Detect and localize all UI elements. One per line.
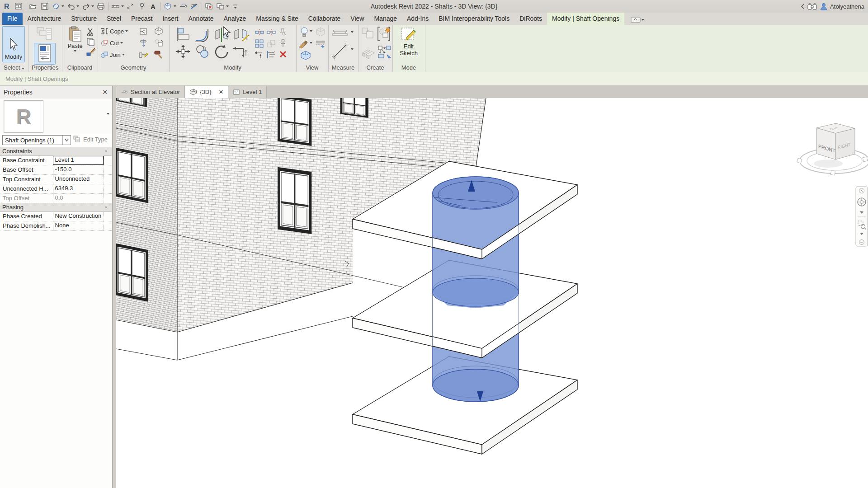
visibility-caret[interactable] <box>310 42 312 44</box>
redo-icon[interactable] <box>80 1 91 11</box>
reveal-hidden-icon[interactable] <box>300 27 309 38</box>
tab-precast[interactable]: Precast <box>126 13 157 25</box>
navigation-bar[interactable] <box>856 187 868 246</box>
pin-icon[interactable] <box>279 39 287 48</box>
close-hidden-windows-icon[interactable] <box>204 1 215 11</box>
default-3d-view-icon[interactable] <box>163 1 174 11</box>
tab-analyze[interactable]: Analyze <box>219 13 251 25</box>
tab-modify-shaft-openings[interactable]: Modify | Shaft Openings <box>547 13 624 25</box>
window[interactable] <box>116 245 147 300</box>
sync-caret[interactable] <box>61 1 65 11</box>
thin-lines-icon[interactable] <box>189 1 200 11</box>
aligned-dimension-icon[interactable] <box>125 1 136 11</box>
measure-caret-2[interactable] <box>351 48 354 50</box>
user-avatar-icon[interactable] <box>820 3 827 10</box>
property-row-base-constraint[interactable]: Base Constraint Level 1 <box>0 156 112 165</box>
unconnected-height-value[interactable]: 6349.3 <box>53 184 104 193</box>
tab-view[interactable]: View <box>345 13 369 25</box>
mode-panel-label[interactable]: Mode <box>392 64 425 71</box>
beam-column-joins-icon[interactable] <box>139 38 148 47</box>
tab-massing-site[interactable]: Massing & Site <box>251 13 303 25</box>
render-icon[interactable] <box>315 27 326 37</box>
measure-panel-label[interactable]: Measure <box>328 64 358 71</box>
window[interactable] <box>279 98 310 145</box>
tab-add-ins[interactable]: Add-Ins <box>402 13 434 25</box>
cope-button[interactable]: Cope <box>100 28 128 35</box>
sync-icon[interactable] <box>51 1 61 11</box>
tab-steel[interactable]: Steel <box>102 13 126 25</box>
default-3d-caret[interactable] <box>173 1 177 11</box>
reveal-hidden-caret[interactable] <box>310 30 312 32</box>
measure-between-icon[interactable] <box>331 29 349 37</box>
tab-bim-interoperability[interactable]: BIM Interoperability Tools <box>434 13 514 25</box>
save-icon[interactable] <box>39 1 50 11</box>
unjoin-icon[interactable] <box>154 38 164 47</box>
undo-caret[interactable] <box>75 1 80 11</box>
paint-box-icon[interactable] <box>154 27 164 36</box>
demolish-hammer-icon[interactable] <box>154 49 164 59</box>
family-selector-caret[interactable] <box>107 113 109 115</box>
split-with-gap-icon[interactable] <box>267 28 276 36</box>
type-properties-icon[interactable] <box>36 27 54 42</box>
wall-joins-icon[interactable] <box>139 28 148 36</box>
wall-corner-join-icon[interactable] <box>138 49 148 59</box>
switch-windows-icon[interactable] <box>215 1 226 11</box>
property-row-base-offset[interactable]: Base Offset -150.0 <box>0 165 112 175</box>
view-tab-3d[interactable]: {3D} ✕ <box>185 86 228 98</box>
revit-logo-icon[interactable]: R <box>2 1 13 11</box>
base-offset-value[interactable]: -150.0 <box>53 165 104 174</box>
measure-caret-1[interactable] <box>351 31 354 33</box>
delete-icon[interactable] <box>279 50 287 58</box>
match-type-icon[interactable] <box>86 47 95 56</box>
open-file-icon[interactable] <box>28 1 39 11</box>
copy-to-clipboard-icon[interactable] <box>86 38 95 47</box>
property-row-phase-demolished[interactable]: Phase Demolish... None <box>0 221 112 231</box>
view-tab-section-at-elevator[interactable]: Section at Elevator <box>116 86 185 98</box>
section-constraints[interactable]: Constraints⌃ <box>0 147 112 156</box>
scale-icon[interactable] <box>267 39 276 48</box>
array-icon[interactable] <box>255 39 264 48</box>
text-icon[interactable]: A <box>148 1 159 11</box>
cut-geometry-button[interactable]: Cut <box>100 39 123 47</box>
offset-icon[interactable] <box>194 28 211 42</box>
collapse-chevron-icon[interactable]: ⌃ <box>104 204 108 212</box>
compass-east-tick[interactable] <box>863 157 868 162</box>
measure-caret[interactable] <box>120 1 125 11</box>
create-group-icon[interactable] <box>377 26 391 42</box>
measure-along-icon[interactable] <box>332 42 349 59</box>
edit-type-button[interactable]: Edit Type <box>73 136 108 143</box>
move-icon[interactable] <box>175 44 191 59</box>
select-panel-label[interactable]: Select <box>0 64 28 71</box>
switch-windows-caret[interactable] <box>225 1 230 11</box>
measure-icon[interactable] <box>110 1 121 11</box>
property-row-unconnected-height[interactable]: Unconnected H... 6349.3 <box>0 184 112 194</box>
phase-demolished-value[interactable]: None <box>53 221 104 230</box>
properties-panel-label[interactable]: Properties <box>28 64 62 71</box>
cut-icon[interactable] <box>86 28 95 37</box>
type-selector-combo[interactable]: Shaft Openings (1) <box>2 135 71 145</box>
unpin-icon[interactable] <box>278 28 287 36</box>
username[interactable]: Atolyeathena <box>830 3 864 10</box>
tab-collaborate[interactable]: Collaborate <box>303 13 346 25</box>
edit-sketch-button[interactable]: Edit Sketch <box>399 26 419 64</box>
modify-panel-label[interactable]: Modify <box>169 64 296 71</box>
compass-south-tick[interactable] <box>830 170 835 175</box>
panel-divider[interactable] <box>112 86 116 488</box>
hidden-lines-icon[interactable] <box>315 39 326 48</box>
tab-insert[interactable]: Insert <box>157 13 183 25</box>
shaft-opening-element[interactable] <box>433 177 519 402</box>
family-selector[interactable]: R <box>0 99 112 134</box>
properties-close-icon[interactable]: ✕ <box>101 89 108 96</box>
create-assembly-icon[interactable] <box>378 46 392 59</box>
rotate-icon[interactable] <box>213 44 230 60</box>
visibility-graphics-icon[interactable] <box>299 39 309 48</box>
trim-extend-corner-icon[interactable] <box>254 50 264 59</box>
tab-manage[interactable]: Manage <box>369 13 402 25</box>
view-panel-label[interactable]: View <box>296 64 328 71</box>
tab-diroots[interactable]: DiRoots <box>514 13 547 25</box>
section-phasing[interactable]: Phasing⌃ <box>0 203 112 212</box>
tag-icon[interactable]: 1 <box>137 1 147 11</box>
property-row-top-constraint[interactable]: Top Constraint Unconnected <box>0 175 112 184</box>
search-binoculars-icon[interactable] <box>807 3 817 10</box>
property-row-phase-created[interactable]: Phase Created New Construction <box>0 212 112 221</box>
